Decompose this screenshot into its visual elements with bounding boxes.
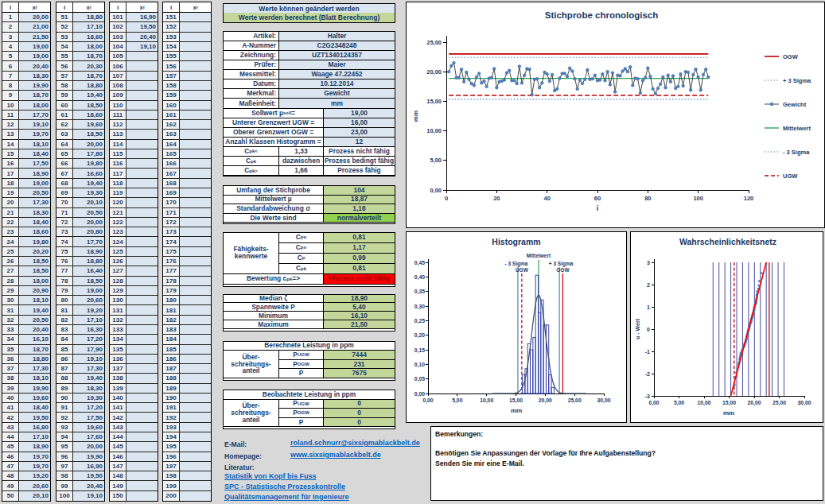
form-value[interactable]: Maier — [279, 60, 395, 70]
sample-cell-i[interactable]: 87 — [56, 364, 73, 373]
sample-cell-xi[interactable] — [180, 13, 211, 21]
sample-cell-xi[interactable]: 17,70 — [19, 110, 50, 119]
sample-cell-i[interactable]: 69 — [56, 188, 73, 197]
sample-cell-i[interactable]: 183 — [163, 325, 180, 334]
sample-cell-i[interactable]: 37 — [2, 364, 19, 373]
sample-cell-xi[interactable] — [126, 120, 158, 129]
sample-cell-xi[interactable] — [126, 442, 158, 451]
sample-cell-xi[interactable] — [180, 130, 211, 138]
sample-cell-i[interactable]: 138 — [110, 374, 126, 382]
sample-cell-xi[interactable]: 20,10 — [73, 198, 104, 207]
sample-cell-xi[interactable] — [180, 22, 211, 31]
form-value[interactable]: UZT1340124357 — [279, 51, 395, 60]
sample-cell-i[interactable]: 128 — [110, 277, 126, 285]
sample-cell-i[interactable]: 26 — [2, 257, 19, 266]
sample-cell-xi[interactable] — [126, 394, 158, 402]
sample-cell-xi[interactable] — [126, 286, 158, 295]
sample-cell-i[interactable]: 3 — [2, 33, 19, 41]
sample-cell-xi[interactable] — [126, 384, 158, 393]
sample-cell-i[interactable]: 186 — [163, 355, 180, 363]
sample-cell-i[interactable]: 56 — [56, 61, 73, 70]
sample-cell-i[interactable]: 92 — [56, 413, 73, 421]
sample-cell-xi[interactable]: 18,00 — [19, 101, 50, 110]
sample-cell-xi[interactable] — [180, 218, 211, 227]
sample-cell-i[interactable]: 62 — [56, 120, 73, 129]
sample-cell-i[interactable]: 177 — [163, 266, 180, 275]
sample-cell-xi[interactable]: 19,10 — [126, 42, 158, 51]
sample-cell-i[interactable]: 190 — [163, 394, 180, 402]
sample-cell-i[interactable]: 187 — [163, 364, 180, 373]
sample-cell-xi[interactable] — [180, 413, 211, 421]
sample-cell-i[interactable]: 71 — [56, 208, 73, 217]
sample-cell-xi[interactable] — [180, 42, 211, 51]
sample-cell-xi[interactable] — [126, 423, 158, 432]
sample-cell-xi[interactable]: 18,60 — [73, 33, 104, 41]
sample-cell-i[interactable]: 4 — [2, 42, 19, 51]
sample-cell-xi[interactable] — [180, 364, 211, 373]
sample-cell-i[interactable]: 153 — [163, 33, 180, 41]
sample-cell-i[interactable]: 12 — [2, 120, 19, 129]
sample-cell-xi[interactable]: 20,50 — [73, 208, 104, 217]
sample-cell-xi[interactable]: 19,60 — [73, 120, 104, 129]
sample-cell-xi[interactable]: 19,50 — [73, 471, 104, 480]
sample-cell-i[interactable]: 102 — [110, 22, 126, 31]
sample-cell-i[interactable]: 97 — [56, 462, 73, 471]
sample-cell-i[interactable]: 136 — [110, 355, 126, 363]
sample-cell-i[interactable]: 196 — [163, 452, 180, 461]
sample-cell-i[interactable]: 132 — [110, 316, 126, 324]
sample-cell-i[interactable]: 168 — [163, 179, 180, 188]
sample-cell-i[interactable]: 131 — [110, 305, 126, 314]
sample-cell-i[interactable]: 39 — [2, 384, 19, 393]
sample-cell-i[interactable]: 25 — [2, 247, 19, 256]
sample-cell-xi[interactable] — [180, 452, 211, 461]
sample-cell-i[interactable]: 124 — [110, 237, 126, 246]
sample-cell-i[interactable]: 95 — [56, 442, 73, 451]
sample-cell-i[interactable]: 163 — [163, 130, 180, 138]
sample-cell-i[interactable]: 165 — [163, 149, 180, 158]
sample-cell-xi[interactable]: 21,50 — [19, 33, 50, 41]
sample-cell-xi[interactable] — [126, 188, 158, 197]
sample-cell-xi[interactable]: 19,40 — [73, 374, 104, 382]
sample-cell-xi[interactable]: 18,40 — [19, 149, 50, 158]
sample-cell-xi[interactable] — [126, 403, 158, 412]
sample-cell-i[interactable]: 134 — [110, 335, 126, 343]
sample-cell-i[interactable]: 96 — [56, 452, 73, 461]
sample-cell-i[interactable]: 114 — [110, 140, 126, 149]
sample-cell-xi[interactable]: 19,40 — [73, 91, 104, 99]
sample-cell-xi[interactable]: 18,80 — [19, 355, 50, 363]
sample-cell-xi[interactable]: 20,00 — [19, 13, 50, 21]
sample-cell-xi[interactable] — [180, 188, 211, 197]
sample-cell-i[interactable]: 44 — [2, 432, 19, 441]
sample-cell-xi[interactable]: 20,90 — [19, 286, 50, 295]
sample-cell-i[interactable]: 17 — [2, 169, 19, 177]
sample-cell-xi[interactable]: 19,70 — [19, 130, 50, 138]
homepage-link[interactable]: www.sixsigmablackbelt.de — [290, 451, 381, 459]
sample-cell-xi[interactable]: 18,80 — [73, 257, 104, 266]
sample-cell-xi[interactable]: 19,50 — [126, 22, 158, 31]
sample-cell-i[interactable]: 148 — [110, 471, 126, 480]
sample-cell-i[interactable]: 173 — [163, 227, 180, 236]
sample-cell-xi[interactable]: 18,50 — [73, 130, 104, 138]
sample-cell-xi[interactable]: 18,80 — [73, 81, 104, 90]
sample-cell-i[interactable]: 123 — [110, 227, 126, 236]
sample-cell-i[interactable]: 162 — [163, 120, 180, 129]
sample-cell-xi[interactable]: 21,00 — [19, 22, 50, 31]
sample-cell-i[interactable]: 197 — [163, 462, 180, 471]
sample-cell-i[interactable]: 46 — [2, 452, 19, 461]
sample-cell-xi[interactable] — [180, 345, 211, 354]
sample-cell-i[interactable]: 181 — [163, 305, 180, 314]
email-link[interactable]: roland.schnurr@sixsigmablackbelt.de — [290, 439, 420, 447]
sample-cell-i[interactable]: 106 — [110, 61, 126, 70]
sample-cell-i[interactable]: 191 — [163, 403, 180, 412]
sample-cell-i[interactable]: 127 — [110, 266, 126, 275]
sample-cell-xi[interactable]: 17,70 — [73, 237, 104, 246]
sample-cell-xi[interactable] — [180, 286, 211, 295]
sample-cell-xi[interactable]: 17,10 — [73, 316, 104, 324]
sample-cell-xi[interactable] — [180, 110, 211, 119]
sample-cell-i[interactable]: 29 — [2, 286, 19, 295]
sample-cell-i[interactable]: 81 — [56, 305, 73, 314]
sample-cell-i[interactable]: 82 — [56, 316, 73, 324]
sample-cell-i[interactable]: 185 — [163, 345, 180, 354]
literature-link-1[interactable]: Statistik von Kopf bis Fuss — [224, 472, 317, 480]
sample-cell-i[interactable]: 67 — [56, 169, 73, 177]
